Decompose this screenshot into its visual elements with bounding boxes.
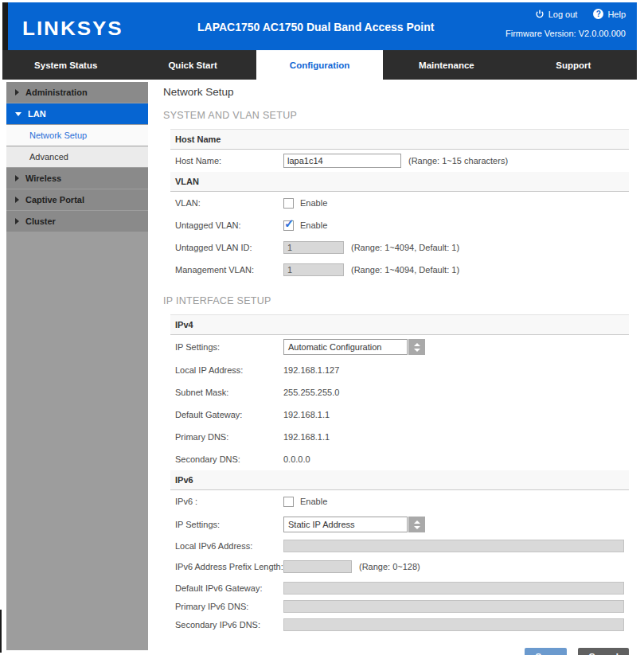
dropdown-stepper-icon [408,339,425,355]
checkbox-label: Enable [300,220,327,230]
field-label: IP Settings: [175,342,283,352]
tab-system-status[interactable]: System Status [2,50,129,80]
group-header-ipv6: IPv6 [170,470,629,490]
field-label: Secondary DNS: [175,454,283,464]
ipv6-enable-checkbox[interactable] [283,497,294,507]
row-default-gateway: Default Gateway: 192.168.1.1 [170,404,629,426]
field-label: Primary IPv6 DNS: [175,602,283,611]
power-icon [535,10,544,19]
field-label: Local IPv6 Address: [175,541,283,551]
chevron-right-icon [15,197,19,203]
section-heading-ip-interface: IP INTERFACE SETUP [163,295,629,306]
action-buttons: Save Cancel [170,648,629,655]
field-label: Primary DNS: [175,432,283,442]
chevron-right-icon [15,218,19,224]
group-header-host-name: Host Name [170,130,629,150]
row-local-ipv6-address: Local IPv6 Address: [170,536,629,555]
tab-configuration[interactable]: Configuration [256,50,383,80]
untagged-vlan-id-input [283,241,344,254]
row-ipv6-prefix-length: IPv6 Address Prefix Length: (Range: 0~12… [170,555,629,579]
field-hint: (Range: 1~4094, Default: 1) [351,265,459,275]
logout-link[interactable]: Log out [535,10,578,19]
vlan-enable-checkbox[interactable] [283,198,294,209]
sidebar-item-label: Cluster [25,216,56,226]
save-button[interactable]: Save [525,648,567,655]
row-secondary-ipv6-dns: Secondary IPv6 DNS: [170,615,629,634]
field-label: IPv6 Address Prefix Length: [175,562,283,571]
field-label: Default Gateway: [175,410,283,419]
checkbox-label: Enable [300,497,327,506]
field-label: IPv6 : [175,497,283,506]
sidebar-item-captive-portal[interactable]: Captive Portal [6,189,148,210]
row-primary-ipv6-dns: Primary IPv6 DNS: [170,597,629,615]
dropdown-selected-value: Static IP Address [283,517,408,532]
field-label: Secondary IPv6 DNS: [175,620,283,630]
help-link[interactable]: ? Help [593,9,626,19]
field-label: Host Name: [175,156,283,166]
group-header-vlan: VLAN [170,172,629,192]
tab-quick-start[interactable]: Quick Start [129,50,256,80]
row-host-name: Host Name: (Range: 1~15 characters) [170,150,629,172]
sidebar-item-lan[interactable]: LAN [6,103,148,124]
page-title: Network Setup [163,86,629,98]
sidebar-item-label: LAN [28,109,46,119]
host-name-input[interactable] [283,154,401,168]
system-vlan-table: Host Name Host Name: (Range: 1~15 charac… [170,129,629,281]
product-title: LAPAC1750 AC1750 Dual Band Access Point [197,21,434,33]
untagged-vlan-checkbox[interactable]: ✓ [283,220,294,231]
field-hint: (Range: 1~15 characters) [408,156,508,166]
row-subnet-mask: Subnet Mask: 255.255.255.0 [170,381,629,404]
row-ipv6-enable: IPv6 : Enable [170,490,629,513]
ipv4-ip-settings-dropdown[interactable]: Automatic Configuration [283,339,425,355]
field-label: Management VLAN: [175,265,283,275]
field-label: Untagged VLAN ID: [175,243,283,252]
chevron-right-icon [15,175,19,181]
row-local-ip-address: Local IP Address: 192.168.1.127 [170,359,629,381]
page: LINKSYS LAPAC1750 AC1750 Dual Band Acces… [0,0,644,655]
tab-support[interactable]: Support [510,50,637,80]
field-value: 192.168.1.1 [283,410,330,419]
row-primary-dns: Primary DNS: 192.168.1.1 [170,426,629,448]
management-vlan-input [283,263,344,276]
sidebar-item-administration[interactable]: Administration [6,82,148,103]
ipv6-ip-settings-dropdown[interactable]: Static IP Address [283,517,425,532]
field-label: VLAN: [175,198,283,208]
ipv6-prefix-length-input [283,560,352,573]
chevron-right-icon [15,89,19,96]
dropdown-stepper-icon [408,517,425,532]
row-secondary-dns: Secondary DNS: 0.0.0.0 [170,448,629,470]
firmware-version: Firmware Version: V2.0.00.000 [505,29,626,38]
chevron-down-icon [15,112,21,116]
logout-label: Log out [548,10,578,19]
sidebar-item-advanced[interactable]: Advanced [6,146,148,167]
sidebar-item-label: Wireless [25,173,61,183]
check-icon: ✓ [284,216,295,231]
sidebar-item-wireless[interactable]: Wireless [6,168,148,189]
cancel-button[interactable]: Cancel [578,648,629,655]
field-label: Local IP Address: [175,365,283,375]
sidebar-item-label: Administration [25,88,88,97]
nav-tabbar: System Status Quick Start Configuration … [2,50,637,80]
field-hint: (Range: 1~4094, Default: 1) [351,243,459,252]
app-header: LINKSYS LAPAC1750 AC1750 Dual Band Acces… [8,2,637,50]
field-value: 192.168.1.127 [283,365,339,375]
sidebar: Administration LAN Network Setup Advance… [6,82,148,650]
help-icon: ? [593,9,603,19]
row-ipv6-ip-settings: IP Settings: Static IP Address [170,513,629,536]
sidebar-item-cluster[interactable]: Cluster [6,211,148,232]
row-ipv4-ip-settings: IP Settings: Automatic Configuration [170,335,629,359]
field-hint: (Range: 0~128) [359,562,420,571]
primary-ipv6-dns-input [283,600,624,613]
tab-maintenance[interactable]: Maintenance [383,50,509,80]
section-heading-system-vlan: SYSTEM AND VLAN SETUP [163,110,629,121]
field-label: Subnet Mask: [175,388,283,397]
sidebar-item-label: Captive Portal [25,195,84,205]
ip-interface-table: IPv4 IP Settings: Automatic Configuratio… [170,314,629,634]
help-label: Help [607,10,626,19]
main-content: Network Setup SYSTEM AND VLAN SETUP Host… [163,86,629,655]
window-edge-mark [0,610,2,653]
row-vlan-enable: VLAN: Enable [170,192,629,214]
group-header-ipv4: IPv4 [170,315,629,335]
sidebar-item-network-setup[interactable]: Network Setup [6,125,148,146]
field-value: 192.168.1.1 [283,432,330,442]
